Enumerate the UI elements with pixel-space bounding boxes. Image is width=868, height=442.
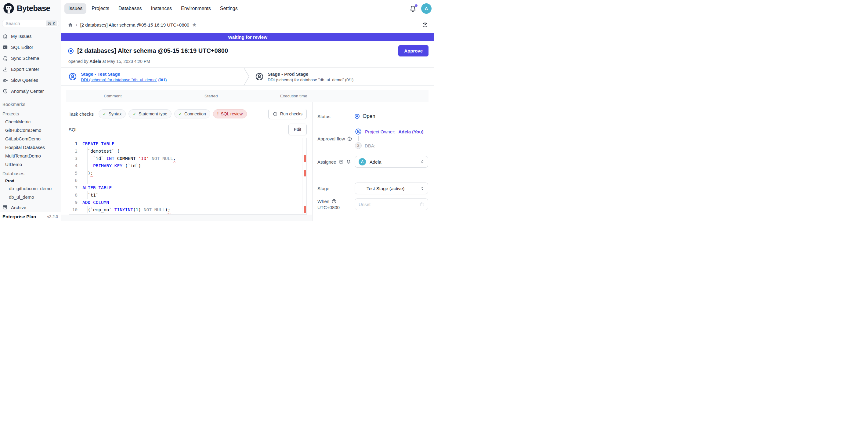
subscribe-bell-icon[interactable] [346,159,351,164]
sidebar-section-projects: Projects [0,110,61,117]
stage-task-link[interactable]: DDL(schema) for database "db_ui_demo" (0… [81,77,167,82]
when-label: When UTC+0800 [317,198,355,210]
check-icon: ✓ [133,112,136,116]
home-icon [2,34,8,39]
stage-test-stage[interactable]: Stage - Test Stage DDL(schema) for datab… [61,68,244,86]
home-breadcrumb-icon[interactable] [68,22,73,28]
sidebar-project-checkmetric[interactable]: CheckMetric [0,118,61,126]
help-icon[interactable] [347,136,352,141]
code-line-8: 8 `t1` [69,191,306,199]
sidebar-project-gitlabcomdemo[interactable]: GitLabComDemo [0,135,61,143]
play-circle-icon [273,112,278,117]
search-input[interactable]: Search ⌘ K [2,20,59,27]
check-label: Connection [184,112,206,116]
sidebar-item-label: Archive [11,205,26,210]
sync-icon [2,56,8,61]
sidebar-project-uidemo[interactable]: UIDemo [0,160,61,169]
nav-item-issues[interactable]: Issues [64,3,86,14]
stage-assignee-icon [68,72,77,81]
issue-open-icon [68,48,73,54]
sidebar-item-label: My Issues [11,34,32,39]
code-line-2: 2 `demotest` ( [69,148,306,155]
nav-item-environments[interactable]: Environments [177,3,215,14]
check-pill-syntax[interactable]: ✓Syntax [99,109,126,119]
sidebar-item-archive[interactable]: Archive [0,203,61,212]
check-pill-connection[interactable]: ✓Connection [174,109,210,119]
indent-guide [87,177,88,184]
stage-value: Test Stage (active) [359,186,420,191]
when-datepicker[interactable]: Unset [355,198,428,210]
help-icon[interactable] [332,199,337,204]
user-avatar[interactable]: A [421,3,432,14]
error-marker-line-10[interactable] [304,207,306,213]
line-number: 4 [69,162,83,169]
stage-prod-stage[interactable]: Stage - Prod Stage DDL(schema) for datab… [250,68,353,86]
assignee-select[interactable]: A Adela [355,156,428,167]
column-execution-time: Execution time [280,90,307,102]
sidebar-database-db_githubcom_demo[interactable]: db_githubcom_demo [0,184,61,193]
sidebar-item-export-center[interactable]: Export Center [0,64,61,75]
approval-flow-label: Approval flow [317,128,355,149]
error-marker-line-3[interactable] [304,155,306,162]
sidebar-item-slow-queries[interactable]: Slow Queries [0,75,61,86]
sidebar-database-db_ui_demo[interactable]: db_ui_demo [0,193,61,201]
issue-opened-by: opened by Adela at May 15, 2023 4:20 PM [68,59,429,64]
help-icon[interactable] [338,159,344,164]
sidebar-item-label: Anomaly Center [11,89,44,94]
sidebar-databases-list: db_githubcom_demodb_ui_demo [0,184,61,201]
star-icon[interactable]: ★ [192,22,196,28]
sidebar-project-githubcomdemo[interactable]: GitHubComDemo [0,126,61,135]
archive-icon [2,204,8,210]
plan-footer[interactable]: Enterprise Plan v2.2.0 [0,212,61,221]
sidebar-item-sql-editor[interactable]: SQL Editor [0,42,61,53]
assignee-avatar: A [359,158,366,165]
sql-editor[interactable]: 1CREATE TABLE2 `demotest` (3 `id` INT CO… [69,138,307,215]
sidebar-item-my-issues[interactable]: My Issues [0,31,61,42]
nav-item-instances[interactable]: Instances [147,3,176,14]
code-line-1: 1CREATE TABLE [69,140,306,148]
sidebar-item-sync-schema[interactable]: Sync Schema [0,53,61,64]
issue-sidebar: Status Open Approval flow [312,102,434,221]
error-marker-line-5[interactable] [304,170,306,177]
help-icon[interactable] [422,22,428,28]
check-label: Statement type [138,112,167,116]
approve-button[interactable]: Approve [398,45,429,57]
calendar-icon [420,202,425,207]
breadcrumb-separator: › [76,22,78,28]
edit-sql-button[interactable]: Edit [288,124,307,135]
status-banner: Waiting for review [61,33,434,41]
column-comment: Comment [104,90,122,102]
issue-title: [2 databases] Alter schema @05-15 16:19 … [77,47,228,54]
code-line-9: 9ADD COLUMN [69,199,306,206]
nav-item-databases[interactable]: Databases [115,3,146,14]
nav-item-projects[interactable]: Projects [88,3,113,14]
line-number: 8 [69,191,83,199]
line-number: 3 [69,155,83,162]
code-line-6: 6 [69,177,306,184]
stage-label: Stage [317,186,355,191]
check-pill-statement-type[interactable]: ✓Statement type [128,109,172,119]
sidebar-env-prod[interactable]: Prod [0,177,61,184]
task-table-header: Comment Started Execution time [66,90,429,102]
sidebar-project-hospital-databases[interactable]: Hospital Databases [0,143,61,152]
sidebar-project-multitenantdemo[interactable]: MultiTenantDemo [0,152,61,160]
task-checks-label: Task checks [69,112,94,117]
top-nav: IssuesProjectsDatabasesInstancesEnvironm… [64,0,242,17]
nav-item-settings[interactable]: Settings [216,3,242,14]
check-icon: ✓ [103,112,106,116]
approval-step-number: 2 [355,142,362,149]
stage-separator-chevron [244,68,250,86]
bytebase-logo[interactable]: Bytebase [0,0,61,17]
approval-user: Adela (You) [398,129,423,134]
approval-step-1[interactable]: Project Owner: Adela (You) [355,128,428,135]
fail-icon: ! [217,112,219,116]
stage-name: Stage - Prod Stage [268,71,353,76]
stage-select[interactable]: Test Stage (active) [355,183,428,194]
notifications-button[interactable] [409,5,416,12]
sidebar-item-anomaly-center[interactable]: Anomaly Center [0,86,61,97]
assignee-label: Assignee [317,159,355,164]
line-number: 2 [69,148,83,155]
run-checks-button[interactable]: Run checks [268,109,307,119]
status-label: Status [317,114,355,119]
check-pill-sql-review[interactable]: !SQL review [213,109,247,119]
